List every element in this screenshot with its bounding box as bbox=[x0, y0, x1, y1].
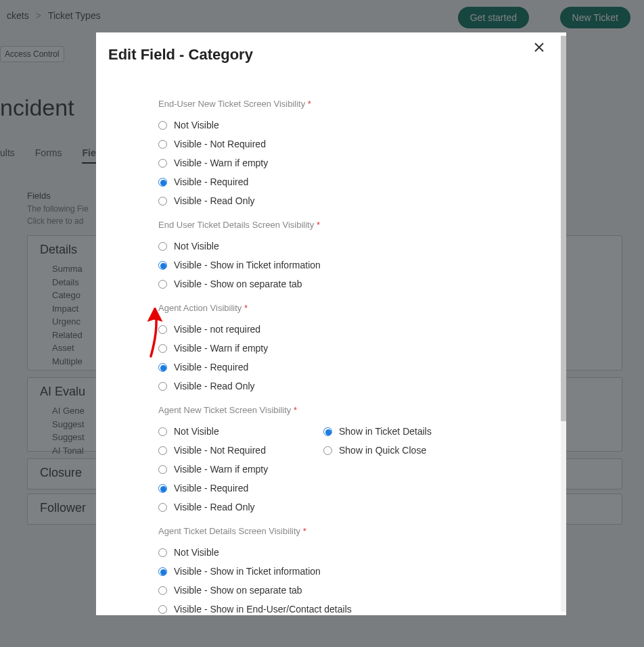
radio-icon bbox=[158, 465, 167, 474]
radio-icon bbox=[158, 548, 167, 557]
modal-title: Edit Field - Category bbox=[96, 32, 561, 66]
radio-agent-details-separate-tab[interactable]: Visible - Show on separate tab bbox=[158, 581, 475, 600]
group-label-agent-details: Agent Ticket Details Screen Visibility * bbox=[158, 526, 475, 536]
background-page: ckets > Ticket Types Get started New Tic… bbox=[0, 0, 644, 647]
radio-icon bbox=[158, 382, 167, 391]
group-label-eu-new: End-User New Ticket Screen Visibility * bbox=[158, 99, 475, 109]
edit-field-modal: Edit Field - Category End-User New Ticke… bbox=[96, 32, 566, 615]
radio-icon bbox=[158, 159, 167, 168]
radio-eu-new-not-visible[interactable]: Not Visible bbox=[158, 116, 475, 135]
close-icon bbox=[534, 42, 545, 53]
radio-eu-new-required[interactable]: Visible - Required bbox=[158, 172, 475, 191]
radio-agent-new-show-quick-close[interactable]: Show in Quick Close bbox=[323, 441, 475, 460]
group-label-eu-details: End User Ticket Details Screen Visibilit… bbox=[158, 220, 475, 230]
radio-icon bbox=[323, 427, 332, 436]
radio-eu-new-readonly[interactable]: Visible - Read Only bbox=[158, 191, 475, 210]
radio-icon bbox=[158, 605, 167, 614]
radio-agent-action-required[interactable]: Visible - Required bbox=[158, 358, 475, 377]
radio-eu-details-separate-tab[interactable]: Visible - Show on separate tab bbox=[158, 274, 475, 293]
radio-icon bbox=[158, 344, 167, 353]
radio-icon bbox=[158, 261, 167, 270]
radio-icon bbox=[158, 503, 167, 512]
radio-eu-details-not-visible[interactable]: Not Visible bbox=[158, 237, 475, 256]
radio-agent-action-not-required[interactable]: Visible - not required bbox=[158, 320, 475, 339]
radio-icon bbox=[158, 484, 167, 493]
radio-icon bbox=[158, 446, 167, 455]
modal-content: Edit Field - Category End-User New Ticke… bbox=[96, 32, 561, 615]
radio-agent-details-not-visible[interactable]: Not Visible bbox=[158, 543, 475, 562]
radio-eu-new-not-required[interactable]: Visible - Not Required bbox=[158, 135, 475, 153]
radio-icon bbox=[323, 446, 332, 455]
radio-agent-new-show-ticket-details[interactable]: Show in Ticket Details bbox=[323, 422, 475, 441]
modal-form: End-User New Ticket Screen Visibility * … bbox=[96, 66, 475, 615]
radio-icon bbox=[158, 197, 167, 206]
group-label-agent-action: Agent Action Visibility * bbox=[158, 303, 475, 313]
group-label-agent-new: Agent New Ticket Screen Visibility * bbox=[158, 405, 475, 415]
radio-icon bbox=[158, 121, 167, 130]
close-button[interactable] bbox=[534, 42, 545, 53]
radio-agent-action-readonly[interactable]: Visible - Read Only bbox=[158, 377, 475, 396]
radio-icon bbox=[158, 280, 167, 289]
radio-agent-new-required[interactable]: Visible - Required bbox=[158, 479, 310, 498]
radio-icon bbox=[158, 427, 167, 436]
radio-icon bbox=[158, 567, 167, 576]
radio-agent-new-not-visible[interactable]: Not Visible bbox=[158, 422, 310, 441]
radio-eu-details-ticket-info[interactable]: Visible - Show in Ticket information bbox=[158, 256, 475, 274]
radio-agent-new-not-required[interactable]: Visible - Not Required bbox=[158, 441, 310, 460]
radio-icon bbox=[158, 586, 167, 595]
radio-icon bbox=[158, 242, 167, 251]
radio-eu-new-warn[interactable]: Visible - Warn if empty bbox=[158, 153, 475, 172]
radio-agent-new-warn[interactable]: Visible - Warn if empty bbox=[158, 460, 310, 479]
radio-icon bbox=[158, 178, 167, 187]
radio-agent-details-enduser-contact[interactable]: Visible - Show in End-User/Contact detai… bbox=[158, 600, 475, 615]
radio-icon bbox=[158, 363, 167, 372]
radio-agent-action-warn[interactable]: Visible - Warn if empty bbox=[158, 339, 475, 358]
radio-icon bbox=[158, 325, 167, 334]
scrollbar-thumb[interactable] bbox=[561, 36, 566, 421]
radio-icon bbox=[158, 140, 167, 149]
radio-agent-details-ticket-info[interactable]: Visible - Show in Ticket information bbox=[158, 562, 475, 581]
radio-agent-new-readonly[interactable]: Visible - Read Only bbox=[158, 498, 310, 517]
